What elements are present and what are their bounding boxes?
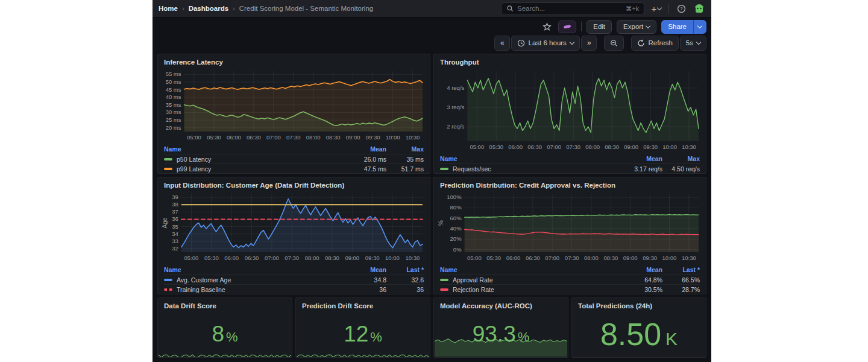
legend-series-toggle[interactable]: Rejection Rate xyxy=(440,286,617,293)
svg-text:06:00: 06:00 xyxy=(224,255,239,261)
throughput-chart[interactable]: 2 req/s3 req/s4 req/s05:0005:3006:0006:3… xyxy=(438,67,702,154)
double-chevron-left-icon: « xyxy=(500,39,504,47)
refresh-icon xyxy=(637,39,645,47)
edit-button[interactable]: Edit xyxy=(587,20,612,34)
svg-text:10:00: 10:00 xyxy=(662,144,677,150)
stat-value-container: 8.50 K xyxy=(572,311,706,357)
help-button[interactable]: ? xyxy=(675,2,688,15)
time-range-picker[interactable]: Last 6 hours xyxy=(511,36,580,51)
svg-text:39: 39 xyxy=(172,194,178,200)
clock-icon xyxy=(517,39,525,47)
breadcrumb-home[interactable]: Home xyxy=(159,5,178,12)
zoom-out-time-button[interactable] xyxy=(604,36,624,51)
series-mean: 36 xyxy=(341,286,386,293)
legend: Name Mean Max p50 Latency 26.0 ms 35 ms xyxy=(158,144,430,174)
approval-rejection-chart[interactable]: 0%20%40%60%80%100%05:0005:3006:0006:3007… xyxy=(438,190,702,265)
series-swatch xyxy=(164,288,172,291)
legend-row: p50 Latency 26.0 ms 35 ms xyxy=(164,154,424,164)
star-dashboard-button[interactable] xyxy=(540,20,553,33)
star-icon xyxy=(542,22,552,31)
svg-text:08:30: 08:30 xyxy=(603,255,618,261)
time-shift-forward-button[interactable]: » xyxy=(581,36,597,51)
help-icon: ? xyxy=(677,4,686,13)
legend-col-mean[interactable]: Mean xyxy=(617,266,662,273)
svg-text:10:30: 10:30 xyxy=(405,255,420,261)
svg-text:09:30: 09:30 xyxy=(365,255,380,261)
panel-title[interactable]: Throughput xyxy=(434,54,706,67)
share-menu-button[interactable] xyxy=(693,20,706,34)
svg-text:07:30: 07:30 xyxy=(285,255,299,261)
breadcrumb-separator-icon: › xyxy=(233,5,235,12)
legend-col-mean[interactable]: Mean xyxy=(341,145,386,153)
refresh-label: Refresh xyxy=(649,39,673,46)
user-avatar[interactable] xyxy=(693,2,705,14)
svg-text:05:30: 05:30 xyxy=(489,144,503,150)
legend-row: Training Baseline 36 36 xyxy=(164,284,424,294)
assistant-button[interactable] xyxy=(558,21,576,33)
legend-series-toggle[interactable]: Training Baseline xyxy=(164,286,341,293)
refresh-button[interactable]: Refresh xyxy=(631,36,679,51)
legend-col-last[interactable]: Last * xyxy=(386,266,424,273)
stat-number: 8.50 xyxy=(600,319,661,350)
share-button[interactable]: Share xyxy=(661,20,693,34)
panel-title[interactable]: Total Predictions (24h) xyxy=(572,298,706,311)
svg-text:09:30: 09:30 xyxy=(643,144,658,150)
legend-col-mean[interactable]: Mean xyxy=(617,155,662,162)
svg-text:08:30: 08:30 xyxy=(605,144,619,150)
breadcrumb-separator-icon: › xyxy=(182,5,184,12)
svg-text:09:00: 09:00 xyxy=(345,255,359,261)
legend-series-toggle[interactable]: Requests/sec xyxy=(440,165,617,173)
series-last: 32.6 xyxy=(386,276,424,284)
svg-text:08:00: 08:00 xyxy=(585,144,600,150)
refresh-interval-picker[interactable]: 5s xyxy=(680,36,706,51)
series-name: Rejection Rate xyxy=(453,286,494,293)
legend-col-max[interactable]: Max xyxy=(662,155,700,162)
svg-text:07:30: 07:30 xyxy=(286,134,301,141)
panel-title[interactable]: Data Drift Score xyxy=(158,298,292,311)
legend-series-toggle[interactable]: p50 Latency xyxy=(164,156,341,163)
svg-text:05:00: 05:00 xyxy=(184,255,199,261)
svg-text:09:00: 09:00 xyxy=(623,255,638,261)
search-input[interactable] xyxy=(517,5,622,12)
svg-text:10:30: 10:30 xyxy=(682,255,696,261)
legend-series-toggle[interactable]: p99 Latency xyxy=(164,165,341,173)
time-shift-back-button[interactable]: « xyxy=(494,36,510,51)
panel-title[interactable]: Input Distribution: Customer Age (Data D… xyxy=(158,177,430,190)
legend-series-toggle[interactable]: Avg. Customer Age xyxy=(164,276,341,284)
legend-col-mean[interactable]: Mean xyxy=(341,266,386,273)
legend-col-last[interactable]: Last * xyxy=(662,266,700,273)
svg-text:100%: 100% xyxy=(447,194,462,200)
search-box[interactable]: ⌘+k xyxy=(501,2,644,15)
dashboard-actions-row: Edit Export Share xyxy=(153,17,711,34)
legend-col-max[interactable]: Max xyxy=(386,145,424,153)
panel-title[interactable]: Prediction Drift Score xyxy=(296,298,430,311)
series-max: 51.7 ms xyxy=(386,165,424,173)
svg-text:37: 37 xyxy=(172,208,178,215)
series-mean: 34.8 xyxy=(341,276,386,284)
svg-text:07:30: 07:30 xyxy=(566,144,580,150)
panel-title[interactable]: Model Accuracy (AUC-ROC) xyxy=(434,298,568,311)
panel-title[interactable]: Prediction Distribution: Credit Approval… xyxy=(434,177,706,190)
new-item-button[interactable]: + xyxy=(650,2,663,15)
svg-text:06:30: 06:30 xyxy=(247,134,261,141)
svg-text:05:30: 05:30 xyxy=(486,255,501,261)
svg-text:35: 35 xyxy=(172,223,178,230)
stat-unit: K xyxy=(665,330,678,348)
legend-series-toggle[interactable]: Approval Rate xyxy=(440,276,617,284)
svg-text:45 ms: 45 ms xyxy=(166,86,181,93)
svg-text:10:00: 10:00 xyxy=(385,255,400,261)
stat-unit: % xyxy=(370,331,382,344)
svg-text:06:30: 06:30 xyxy=(527,144,542,150)
svg-text:30 ms: 30 ms xyxy=(166,109,181,115)
series-swatch xyxy=(164,168,172,170)
customer-age-chart[interactable]: 323334353637383905:0005:3006:0006:3007:0… xyxy=(162,190,426,265)
series-swatch xyxy=(440,288,448,291)
export-button[interactable]: Export xyxy=(617,20,656,34)
svg-text:09:30: 09:30 xyxy=(366,134,380,141)
panel-data-drift-score: Data Drift Score 8 % xyxy=(157,297,292,358)
inference-latency-chart[interactable]: 20 ms25 ms30 ms35 ms40 ms45 ms50 ms55 ms… xyxy=(162,67,426,144)
panel-title[interactable]: Inference Latency xyxy=(158,54,430,67)
series-last: 66.5% xyxy=(662,276,700,284)
svg-text:06:00: 06:00 xyxy=(506,255,521,261)
breadcrumb-dashboards[interactable]: Dashboards xyxy=(189,5,228,12)
